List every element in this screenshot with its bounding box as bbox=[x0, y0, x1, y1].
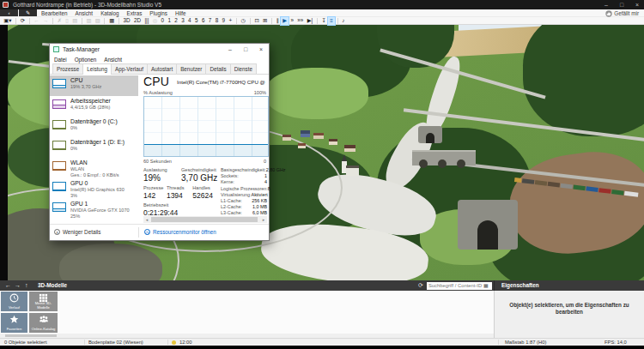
camera-2-button[interactable]: 2 bbox=[173, 17, 179, 25]
window-layout-2-button[interactable]: ⊞ bbox=[261, 17, 270, 25]
menu-plugins[interactable]: Plugins bbox=[149, 10, 167, 16]
perf-item-cpu[interactable]: CPU19% 3,70 GHz bbox=[50, 75, 138, 96]
cpu-panel-scrollbar[interactable]: ◂ ▸ bbox=[143, 216, 267, 223]
copy-button[interactable]: ▯ bbox=[64, 17, 70, 25]
view-3d-button[interactable]: 3D bbox=[121, 17, 131, 25]
perf-thumbnail bbox=[52, 120, 66, 129]
align-button[interactable]: ≡ bbox=[328, 17, 335, 25]
time-button[interactable]: ◷ bbox=[239, 17, 247, 25]
perf-item-datentr-ger-0-c-[interactable]: Datenträger 0 (C:)0% bbox=[50, 117, 138, 137]
camera-6-button[interactable]: 6 bbox=[200, 17, 207, 25]
perf-item-gpu-1[interactable]: GPU 1NVIDIA GeForce GTX 107025% bbox=[50, 199, 138, 220]
light-button[interactable]: ◎ bbox=[150, 17, 159, 25]
perf-item-arbeitsspeicher[interactable]: Arbeitsspeicher4,4/15,9 GB (28%) bbox=[50, 96, 138, 117]
maximize-button[interactable]: □ bbox=[615, 0, 629, 9]
cpu-info-value: 8 bbox=[268, 186, 270, 192]
skip-button[interactable]: ▶| bbox=[306, 17, 315, 25]
menu-ansicht[interactable]: Ansicht bbox=[75, 10, 93, 16]
desktop: { "titlebar": { "title": "Gotthard Nordr… bbox=[0, 0, 644, 349]
menu-katalog[interactable]: Katalog bbox=[100, 10, 118, 16]
ungroup-button[interactable]: ▨ bbox=[94, 17, 102, 25]
redo-button[interactable]: → bbox=[41, 17, 51, 25]
sound-button[interactable]: ♪ bbox=[340, 17, 347, 25]
scroll-left-icon[interactable]: ◂ bbox=[143, 216, 150, 223]
tile-favoriten[interactable]: Favoriten bbox=[1, 313, 27, 333]
resource-monitor-link[interactable]: ◷ Ressourcenmonitor öffnen bbox=[144, 229, 216, 235]
edit-mode-button[interactable]: ✎ bbox=[19, 9, 37, 16]
tm-menu-ansicht[interactable]: Ansicht bbox=[104, 57, 122, 63]
refresh-icon[interactable]: ⟳ bbox=[418, 280, 423, 291]
fast-forward-button[interactable]: » bbox=[289, 17, 295, 25]
undo-button[interactable]: ← bbox=[32, 17, 41, 25]
nav-up-icon[interactable]: ↑ bbox=[25, 280, 28, 291]
tm-tab-autostart[interactable]: Autostart bbox=[147, 63, 177, 74]
paste-button[interactable]: ▤ bbox=[70, 17, 79, 25]
nav-forward-icon[interactable]: → bbox=[15, 280, 21, 291]
tm-minimize-button[interactable]: – bbox=[222, 44, 238, 55]
faster-forward-button[interactable]: »» bbox=[295, 17, 305, 25]
tm-close-button[interactable]: × bbox=[253, 44, 269, 55]
tm-tab-leistung[interactable]: Leistung bbox=[82, 63, 112, 75]
camera-8-button[interactable]: 8 bbox=[213, 17, 220, 25]
tm-tab-benutzer[interactable]: Benutzer bbox=[176, 63, 206, 74]
view-grid-icon[interactable]: ▦ bbox=[483, 280, 489, 291]
structure-button[interactable]: ▦ bbox=[107, 17, 116, 25]
pause-button[interactable]: ∥ bbox=[275, 17, 282, 25]
task-manager-titlebar[interactable]: Task-Manager – □ × bbox=[50, 44, 269, 55]
perf-item-text: Datenträger 0 (C:)0% bbox=[70, 118, 137, 131]
cpu-info-value: 2,80 GHz bbox=[266, 167, 286, 173]
camera-4-button[interactable]: 4 bbox=[186, 17, 193, 25]
tm-maximize-button[interactable]: □ bbox=[238, 44, 253, 55]
perf-item-datentr-ger-1-d-e-[interactable]: Datenträger 1 (D: E:)0% bbox=[50, 137, 138, 158]
toolbar-divider bbox=[236, 18, 237, 24]
layers-button[interactable]: ||| bbox=[143, 17, 150, 25]
chevron-up-icon: ∧ bbox=[54, 229, 60, 235]
menu-bearbeiten[interactable]: Bearbeiten bbox=[41, 10, 67, 16]
tile-verlauf[interactable]: Verlauf bbox=[1, 292, 27, 311]
window-title: Gotthard Nordrampe (in Betrieb) - 3D-Mod… bbox=[13, 0, 161, 9]
close-button[interactable]: × bbox=[630, 0, 644, 9]
camera-9-button[interactable]: 9 bbox=[220, 17, 227, 25]
like-button[interactable]: Gefällt mir bbox=[605, 9, 639, 17]
group-button[interactable]: ▥ bbox=[84, 17, 93, 25]
camera-3-button[interactable]: 3 bbox=[179, 17, 186, 25]
perf-item-name: Datenträger 0 (C:) bbox=[70, 118, 137, 125]
ground-button[interactable]: ↧ bbox=[319, 17, 328, 25]
scroll-right-icon[interactable]: ▸ bbox=[260, 216, 267, 223]
statusbar: 0 Objekte selektiert Bodenplatte 02 (Wie… bbox=[0, 338, 644, 346]
camera-1-button[interactable]: 1 bbox=[166, 17, 173, 25]
tile-meine-3d-modelle[interactable]: Meine 3D-Modelle bbox=[29, 292, 58, 311]
cpu-stat-label: Betriebszeit bbox=[143, 202, 178, 208]
perf-item-wlan[interactable]: WLANWLANGes.: 0 Empf.: 0 KBit/s bbox=[50, 158, 138, 178]
play-button[interactable]: ▶ bbox=[281, 17, 289, 25]
tile-online-katalog[interactable]: Online-Katalog bbox=[29, 313, 58, 333]
tm-menu-datei[interactable]: Datei bbox=[54, 57, 67, 63]
window-layout-1-button[interactable]: ⊡ bbox=[252, 17, 261, 25]
models-scrollbar-thumb[interactable] bbox=[5, 334, 57, 337]
nav-back-icon[interactable]: ← bbox=[5, 280, 11, 291]
cpu-device-name: Intel(R) Core(TM) i7-7700HQ CPU @ 2.80G.… bbox=[177, 79, 266, 85]
tm-tab-app-verlauf[interactable]: App-Verlauf bbox=[111, 63, 148, 74]
toolbar-divider bbox=[82, 18, 82, 24]
tm-menu-optionen[interactable]: Optionen bbox=[75, 57, 97, 63]
tm-tab-details[interactable]: Details bbox=[205, 63, 230, 74]
back-button[interactable]: ‹ bbox=[0, 9, 18, 16]
tm-tab-dienste[interactable]: Dienste bbox=[230, 63, 257, 74]
tm-tab-prozesse[interactable]: Prozesse bbox=[52, 63, 83, 74]
minimize-button[interactable]: – bbox=[599, 0, 613, 9]
camera-7-button[interactable]: 7 bbox=[207, 17, 214, 25]
camera-5-button[interactable]: 5 bbox=[193, 17, 200, 25]
menu-extras[interactable]: Extras bbox=[126, 10, 142, 16]
cpu-stat: Betriebszeit0:21:29:44 bbox=[143, 202, 178, 217]
add-camera-button[interactable]: + bbox=[227, 17, 234, 25]
scrollbar-thumb[interactable] bbox=[151, 217, 258, 222]
perf-item-gpu-0[interactable]: GPU 0Intel(R) HD Graphics 6303% bbox=[50, 178, 138, 199]
reload-button[interactable]: ⟳ bbox=[19, 17, 27, 25]
less-details-button[interactable]: ∧ Weniger Details bbox=[54, 229, 100, 235]
menu-hilfe[interactable]: Hilfe bbox=[175, 10, 186, 16]
save-button[interactable]: ▣▾ bbox=[2, 17, 14, 25]
search-input[interactable] bbox=[427, 282, 492, 290]
view-2d-button[interactable]: 2D bbox=[132, 17, 143, 25]
camera-0-button[interactable]: 0 bbox=[159, 17, 166, 25]
delete-button[interactable]: ✗ bbox=[56, 17, 64, 25]
